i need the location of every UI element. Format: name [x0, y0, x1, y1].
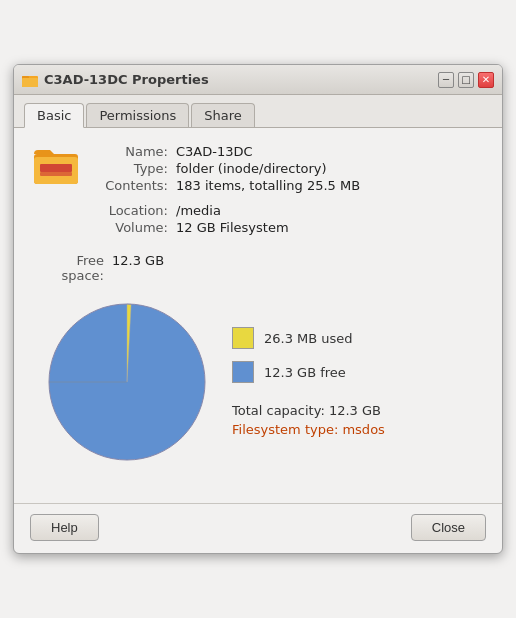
legend-used: 26.3 MB used — [232, 327, 385, 349]
titlebar-left: C3AD-13DC Properties — [22, 72, 209, 88]
freespace-label: Free space: — [32, 253, 112, 283]
name-label: Name: — [96, 144, 176, 159]
total-capacity-row: Total capacity: 12.3 GB — [232, 403, 385, 418]
svg-rect-6 — [40, 172, 72, 176]
titlebar: C3AD-13DC Properties ─ □ ✕ — [14, 65, 502, 95]
maximize-button[interactable]: □ — [458, 72, 474, 88]
close-button[interactable]: Close — [411, 514, 486, 541]
help-button[interactable]: Help — [30, 514, 99, 541]
window-controls: ─ □ ✕ — [438, 72, 494, 88]
tab-share[interactable]: Share — [191, 103, 255, 127]
close-window-button[interactable]: ✕ — [478, 72, 494, 88]
location-value: /media — [176, 203, 221, 218]
name-value: C3AD-13DC — [176, 144, 253, 159]
tab-content-basic: Name: C3AD-13DC Type: folder (inode/dire… — [14, 128, 502, 499]
freespace-value: 12.3 GB — [112, 253, 164, 283]
minimize-button[interactable]: ─ — [438, 72, 454, 88]
file-info-section: Name: C3AD-13DC Type: folder (inode/dire… — [32, 144, 484, 237]
volume-row: Volume: 12 GB Filesystem — [96, 220, 484, 235]
contents-label: Contents: — [96, 178, 176, 193]
contents-row: Contents: 183 items, totalling 25.5 MB — [96, 178, 484, 193]
fs-type-label: Filesystem type: msdos — [232, 422, 385, 437]
location-row: Location: /media — [96, 203, 484, 218]
type-label: Type: — [96, 161, 176, 176]
total-capacity-label: Total capacity: 12.3 GB — [232, 403, 381, 418]
used-label: 26.3 MB used — [264, 331, 353, 346]
volume-label: Volume: — [96, 220, 176, 235]
svg-rect-5 — [40, 164, 72, 172]
chart-area: 26.3 MB used 12.3 GB free Total capacity… — [32, 297, 484, 467]
free-label: 12.3 GB free — [264, 365, 346, 380]
tab-basic[interactable]: Basic — [24, 103, 84, 128]
footer: Help Close — [14, 503, 502, 553]
window-icon — [22, 72, 38, 88]
type-row: Type: folder (inode/directory) — [96, 161, 484, 176]
tab-bar: Basic Permissions Share — [14, 95, 502, 128]
window-title: C3AD-13DC Properties — [44, 72, 209, 87]
name-row: Name: C3AD-13DC — [96, 144, 484, 159]
fs-type-row: Filesystem type: msdos — [232, 422, 385, 437]
free-swatch — [232, 361, 254, 383]
type-value: folder (inode/directory) — [176, 161, 327, 176]
tab-permissions[interactable]: Permissions — [86, 103, 189, 127]
legend-free: 12.3 GB free — [232, 361, 385, 383]
svg-rect-2 — [22, 78, 38, 87]
legend-area: 26.3 MB used 12.3 GB free Total capacity… — [232, 327, 385, 437]
freespace-row: Free space: 12.3 GB — [32, 253, 484, 283]
contents-value: 183 items, totalling 25.5 MB — [176, 178, 360, 193]
info-table: Name: C3AD-13DC Type: folder (inode/dire… — [96, 144, 484, 237]
location-label: Location: — [96, 203, 176, 218]
used-swatch — [232, 327, 254, 349]
capacity-info: Total capacity: 12.3 GB Filesystem type:… — [232, 403, 385, 437]
properties-window: C3AD-13DC Properties ─ □ ✕ Basic Permiss… — [13, 64, 503, 554]
volume-value: 12 GB Filesystem — [176, 220, 289, 235]
folder-icon — [32, 144, 80, 192]
pie-chart — [42, 297, 212, 467]
